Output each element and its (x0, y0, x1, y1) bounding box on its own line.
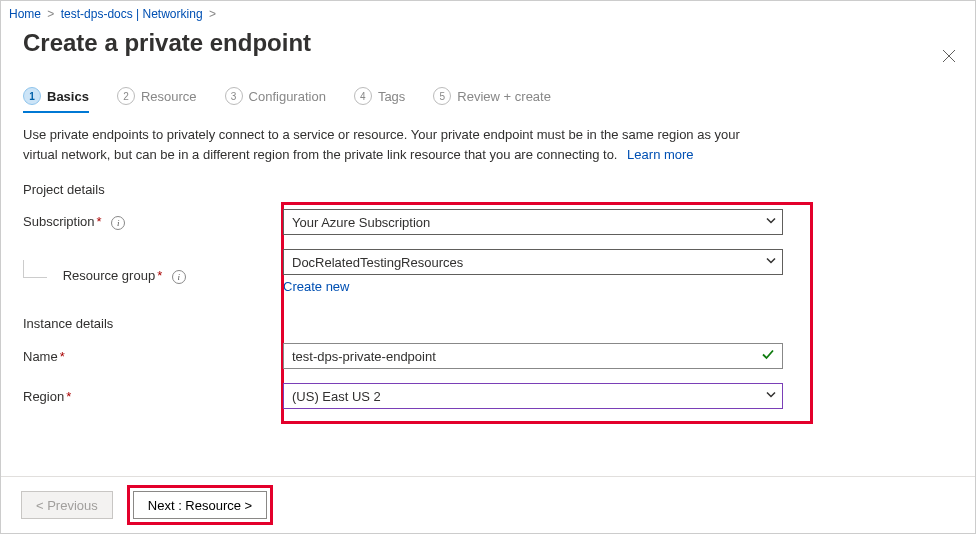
previous-button: < Previous (21, 491, 113, 519)
tab-label: Basics (47, 89, 89, 104)
breadcrumb-home[interactable]: Home (9, 7, 41, 21)
chevron-down-icon (765, 389, 777, 404)
tab-basics[interactable]: 1 Basics (23, 87, 89, 113)
chevron-down-icon (765, 255, 777, 270)
chevron-right-icon: > (44, 7, 57, 21)
annotation-highlight: Next : Resource > (127, 485, 273, 525)
intro-text: Use private endpoints to privately conne… (23, 125, 743, 164)
subscription-dropdown[interactable]: Your Azure Subscription (283, 209, 783, 235)
breadcrumb: Home > test-dps-docs | Networking > (1, 1, 975, 21)
section-instance-details: Instance details (23, 316, 953, 331)
page-title: Create a private endpoint (23, 29, 311, 57)
tab-tags[interactable]: 4 Tags (354, 87, 405, 113)
resource-group-dropdown[interactable]: DocRelatedTestingResources (283, 249, 783, 275)
step-number-icon: 1 (23, 87, 41, 105)
section-project-details: Project details (23, 182, 953, 197)
label-name: Name* (23, 349, 283, 364)
label-resource-group: Resource group* i (23, 260, 283, 284)
tab-review-create[interactable]: 5 Review + create (433, 87, 551, 113)
checkmark-icon (761, 348, 775, 365)
tab-label: Tags (378, 89, 405, 104)
tab-resource[interactable]: 2 Resource (117, 87, 197, 113)
close-icon[interactable] (937, 44, 961, 68)
tab-configuration[interactable]: 3 Configuration (225, 87, 326, 113)
label-subscription: Subscription* i (23, 214, 283, 230)
breadcrumb-resource[interactable]: test-dps-docs | Networking (61, 7, 203, 21)
wizard-tabs: 1 Basics 2 Resource 3 Configuration 4 Ta… (23, 87, 953, 113)
learn-more-link[interactable]: Learn more (627, 147, 693, 162)
label-region: Region* (23, 389, 283, 404)
tree-connector-icon (23, 260, 47, 278)
step-number-icon: 2 (117, 87, 135, 105)
tab-label: Resource (141, 89, 197, 104)
next-button[interactable]: Next : Resource > (133, 491, 267, 519)
tab-label: Review + create (457, 89, 551, 104)
chevron-right-icon: > (206, 7, 219, 21)
name-input[interactable]: test-dps-private-endpoint (283, 343, 783, 369)
chevron-down-icon (765, 215, 777, 230)
region-dropdown[interactable]: (US) East US 2 (283, 383, 783, 409)
create-new-link[interactable]: Create new (283, 279, 349, 294)
step-number-icon: 3 (225, 87, 243, 105)
step-number-icon: 5 (433, 87, 451, 105)
wizard-footer: < Previous Next : Resource > (1, 476, 975, 533)
step-number-icon: 4 (354, 87, 372, 105)
info-icon[interactable]: i (111, 216, 125, 230)
info-icon[interactable]: i (172, 270, 186, 284)
tab-label: Configuration (249, 89, 326, 104)
